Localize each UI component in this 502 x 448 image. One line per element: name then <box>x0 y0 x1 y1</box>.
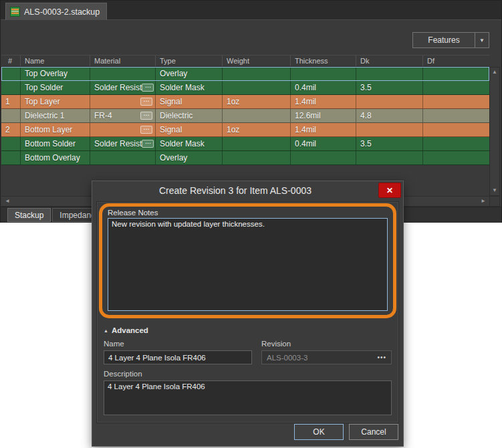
advanced-section-header[interactable]: ▲ Advanced <box>104 326 398 334</box>
layer-dk <box>356 95 422 108</box>
table-row[interactable]: Dielectric 1FR-4⋯Dielectric12.6mil4.8 <box>1 109 489 123</box>
column-header[interactable]: Weight <box>222 55 290 66</box>
layer-weight <box>222 67 290 80</box>
scroll-right-icon[interactable]: ► <box>479 197 487 206</box>
tab-stackup[interactable]: Stackup <box>7 208 51 222</box>
layer-type: Overlay <box>155 67 222 80</box>
row-number <box>1 137 20 150</box>
layer-df <box>422 123 489 136</box>
scroll-down-icon[interactable]: ▼ <box>491 186 499 195</box>
layer-df <box>422 81 489 94</box>
layer-df <box>422 67 489 80</box>
column-header[interactable]: Type <box>155 55 222 66</box>
layer-weight <box>222 81 290 94</box>
release-notes-highlight-ring: Release Notes New revision with updated … <box>99 203 396 318</box>
layer-weight <box>222 151 290 164</box>
layer-dk: 3.5 <box>356 137 422 150</box>
layer-material: Solder Resist⋯ <box>90 137 155 150</box>
description-label: Description <box>104 370 398 378</box>
row-number <box>1 81 20 94</box>
description-textarea[interactable]: 4 Layer 4 Plane Isola FR406 <box>104 380 392 415</box>
material-picker-button[interactable]: ⋯ <box>142 140 154 148</box>
column-header[interactable]: # <box>1 55 20 66</box>
features-button[interactable]: Features ▼ <box>412 32 489 48</box>
layer-dk <box>356 123 422 136</box>
revision-field: ALS-0003-3 ••• <box>261 350 392 364</box>
toolbar: Features ▼ <box>1 21 501 55</box>
layer-thickness: 1.4mil <box>290 123 356 136</box>
table-row[interactable]: 1Top Layer⋯Signal1oz1.4mil <box>1 95 489 109</box>
dialog-title-bar: Create Revision 3 for Item ALS-0003 ✕ <box>92 181 403 199</box>
column-header[interactable]: Name <box>20 55 90 66</box>
release-notes-label: Release Notes <box>102 207 393 218</box>
scroll-up-icon[interactable]: ▲ <box>491 68 499 77</box>
layer-name: Top Layer <box>20 95 90 108</box>
column-header[interactable]: Thickness <box>290 55 356 66</box>
layer-dk <box>356 67 422 80</box>
stackup-table-body: Top OverlayOverlayTop SolderSolder Resis… <box>1 67 489 165</box>
ok-button[interactable]: OK <box>294 424 344 440</box>
advanced-label: Advanced <box>112 326 148 334</box>
layer-name: Bottom Layer <box>20 123 90 136</box>
table-row[interactable]: 2Bottom Layer⋯Signal1oz1.4mil <box>1 123 489 137</box>
stackup-table: #NameMaterialTypeWeightThicknessDkDf Top… <box>1 55 489 165</box>
layer-material: ⋯ <box>90 95 155 108</box>
material-picker-button[interactable]: ⋯ <box>140 98 152 106</box>
dialog-title: Create Revision 3 for Item ALS-0003 <box>92 185 378 196</box>
layer-name: Bottom Overlay <box>20 151 90 164</box>
layer-name: Bottom Solder <box>20 137 90 150</box>
close-button[interactable]: ✕ <box>378 183 401 198</box>
table-row[interactable]: Top OverlayOverlay <box>1 67 489 81</box>
vertical-scrollbar[interactable]: ▲ ▼ <box>489 67 500 196</box>
column-header[interactable]: Df <box>422 55 489 66</box>
row-number: 2 <box>1 123 20 136</box>
column-header[interactable]: Dk <box>356 55 422 66</box>
layer-weight: 1oz <box>222 95 290 108</box>
document-tab-bar: ALS-0003-2.stackup <box>1 1 501 20</box>
row-number: 1 <box>1 95 20 108</box>
layer-type: Overlay <box>155 151 222 164</box>
ellipsis-icon[interactable]: ••• <box>377 354 386 361</box>
create-revision-dialog: Create Revision 3 for Item ALS-0003 ✕ Re… <box>92 181 404 447</box>
material-picker-button[interactable]: ⋯ <box>140 126 152 134</box>
cancel-button[interactable]: Cancel <box>349 424 398 440</box>
layer-material: FR-4⋯ <box>90 109 155 122</box>
layer-weight <box>222 109 290 122</box>
layer-material <box>90 67 155 80</box>
layer-type: Solder Mask <box>155 81 222 94</box>
chevron-down-icon[interactable]: ▼ <box>475 33 489 47</box>
layer-thickness <box>290 67 356 80</box>
material-picker-button[interactable]: ⋯ <box>140 112 152 120</box>
material-picker-button[interactable]: ⋯ <box>142 84 154 92</box>
layer-thickness <box>290 151 356 164</box>
close-icon: ✕ <box>386 186 393 195</box>
layer-material: Solder Resist⋯ <box>90 81 155 94</box>
layer-material: ⋯ <box>90 123 155 136</box>
layer-df <box>422 137 489 150</box>
layer-type: Dielectric <box>155 109 222 122</box>
column-header[interactable]: Material <box>90 55 155 66</box>
features-button-label[interactable]: Features <box>413 33 475 47</box>
layer-type: Solder Mask <box>155 137 222 150</box>
table-row[interactable]: Bottom SolderSolder Resist⋯Solder Mask0.… <box>1 137 489 151</box>
document-tab[interactable]: ALS-0003-2.stackup <box>5 3 107 20</box>
layer-thickness: 1.4mil <box>290 95 356 108</box>
layer-thickness: 0.4mil <box>290 137 356 150</box>
layer-dk: 3.5 <box>356 81 422 94</box>
layer-dk: 4.8 <box>356 109 422 122</box>
stackup-table-header: #NameMaterialTypeWeightThicknessDkDf <box>1 55 489 67</box>
document-tab-label: ALS-0003-2.stackup <box>24 7 100 17</box>
table-row[interactable]: Bottom OverlayOverlay <box>1 151 489 165</box>
scroll-left-icon[interactable]: ◄ <box>3 197 11 206</box>
layer-weight <box>222 137 290 150</box>
layer-dk <box>356 151 422 164</box>
name-label: Name <box>104 340 252 348</box>
layer-material <box>90 151 155 164</box>
name-input[interactable] <box>104 350 252 364</box>
scrollbar-corner <box>489 196 500 207</box>
table-row[interactable]: Top SolderSolder Resist⋯Solder Mask0.4mi… <box>1 81 489 95</box>
row-number <box>1 151 20 164</box>
release-notes-textarea[interactable]: New revision with updated layer thicknes… <box>108 218 388 311</box>
layer-df <box>422 95 489 108</box>
row-number <box>1 109 20 122</box>
